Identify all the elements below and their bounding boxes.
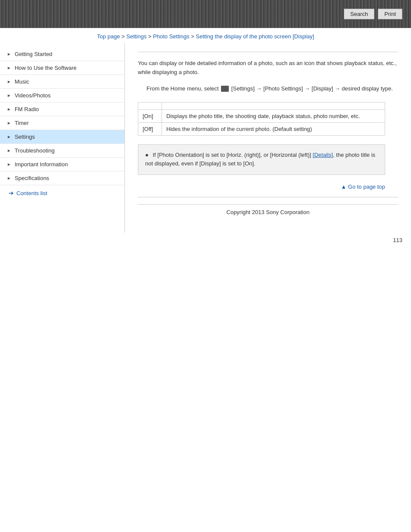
table-row: [On] Displays the photo title, the shoot… [138,109,385,122]
chevron-right-icon: ► [7,134,11,139]
chevron-right-icon: ► [7,93,11,98]
search-button[interactable]: Search [344,9,374,19]
chevron-right-icon: ► [7,121,11,125]
sidebar-item-label: Specifications [15,175,49,181]
chevron-right-icon: ► [7,162,11,167]
breadcrumb-sep2: > [148,33,153,40]
go-to-page-top-link[interactable]: ▲ Go to page top [341,184,385,190]
breadcrumb-settings[interactable]: Settings [126,33,146,40]
table-cell-label-off: [Off] [138,122,162,135]
sidebar-item-label: FM Radio [15,106,39,112]
breadcrumb-current[interactable]: Setting the display of the photo screen … [196,33,314,40]
sidebar-item-label: Important Information [15,161,68,168]
sidebar-item-label: How to Use the Software [15,65,77,71]
sidebar-item-getting-started[interactable]: ► Getting Started [0,47,125,61]
table-row: [Off] Hides the information of the curre… [138,122,385,135]
chevron-right-icon: ► [7,148,11,153]
table-header-row [138,102,385,109]
settings-icon [221,86,229,92]
breadcrumb: Top page > Settings > Photo Settings > S… [0,28,411,43]
top-divider [138,52,398,52]
sidebar-item-label: Settings [15,134,35,140]
contents-list-label: Contents list [16,190,47,196]
chevron-right-icon: ► [7,107,11,112]
sidebar-item-label: Troubleshooting [15,147,55,154]
note-bullet: ● [145,152,149,158]
arrow-right-icon: ➔ [9,190,14,196]
sidebar-item-troubleshooting[interactable]: ► Troubleshooting [0,144,125,158]
settings-table: [On] Displays the photo title, the shoot… [138,102,385,136]
page-number: 113 [0,233,411,243]
note-text-pre: If [Photo Orientation] is set to [Horiz.… [153,152,312,158]
sidebar-item-label: Getting Started [15,51,52,57]
header: Search Print [0,0,411,28]
sidebar-item-how-to-use[interactable]: ► How to Use the Software [0,61,125,75]
chevron-right-icon: ► [7,52,11,56]
breadcrumb-top-page[interactable]: Top page [97,33,120,40]
breadcrumb-sep3: > [191,33,196,40]
instruction-block: From the Home menu, select [Settings] → … [146,84,398,93]
table-cell-desc-off: Hides the information of the current pho… [162,122,385,135]
content-area: You can display or hide detailed informa… [125,43,411,233]
sidebar-item-specifications[interactable]: ► Specifications [0,171,125,185]
note-box: ● If [Photo Orientation] is set to [Hori… [138,144,385,175]
copyright: Copyright 2013 Sony Corporation [138,204,398,224]
sidebar-item-label: Videos/Photos [15,92,51,99]
content-description: You can display or hide detailed informa… [138,59,398,77]
details-link[interactable]: [Details] [313,152,333,158]
sidebar-item-music[interactable]: ► Music [0,75,125,89]
bottom-divider [138,197,398,197]
sidebar-item-label: Music [15,78,29,85]
instruction-settings: [Settings] → [Photo Settings] → [Display… [231,85,393,92]
print-button[interactable]: Print [378,9,402,19]
table-cell-desc-on: Displays the photo title, the shooting d… [162,109,385,122]
chevron-right-icon: ► [7,65,11,70]
sidebar: ► Getting Started ► How to Use the Softw… [0,43,125,233]
instruction-text: From the Home menu, select [146,85,220,92]
table-cell-label-on: [On] [138,109,162,122]
table-header-label [138,102,162,109]
sidebar-item-videos-photos[interactable]: ► Videos/Photos [0,89,125,103]
sidebar-item-fm-radio[interactable]: ► FM Radio [0,103,125,116]
chevron-right-icon: ► [7,176,11,180]
chevron-right-icon: ► [7,79,11,84]
sidebar-item-timer[interactable]: ► Timer [0,116,125,130]
sidebar-item-label: Timer [15,120,29,126]
contents-list-link[interactable]: ➔ Contents list [0,185,125,201]
breadcrumb-photo-settings[interactable]: Photo Settings [153,33,190,40]
main-layout: ► Getting Started ► How to Use the Softw… [0,43,411,233]
page-top-container: ▲ Go to page top [138,184,385,190]
table-header-desc [162,102,385,109]
breadcrumb-sep1: > [121,33,126,40]
sidebar-item-important-information[interactable]: ► Important Information [0,158,125,171]
sidebar-item-settings[interactable]: ► Settings [0,130,125,144]
